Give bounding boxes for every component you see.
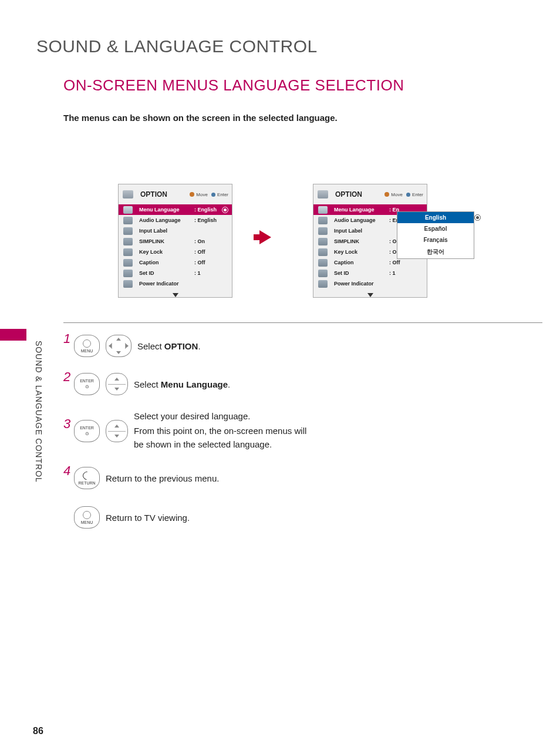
side-accent-tab <box>0 329 26 341</box>
osd-row-value: : English <box>192 207 222 213</box>
osd-row-label: Input Label <box>332 228 387 234</box>
step-number: 2 <box>63 369 70 385</box>
osd-row-value: : Off <box>192 260 232 265</box>
osd-row-label: Menu Language <box>332 207 387 213</box>
chevron-down-icon <box>114 435 119 438</box>
osd-row-value: : On <box>192 238 232 244</box>
step-4: 4 RETURN Return to the previous menu. <box>63 467 219 489</box>
osd-row-label: SIMPLINK <box>332 238 387 244</box>
hint-move: Move <box>391 192 403 197</box>
osd-row-label: Key Lock <box>137 249 192 255</box>
updown-button[interactable] <box>106 420 128 442</box>
osd-category-icon <box>123 190 133 198</box>
osd-row-icon <box>313 247 332 257</box>
osd-row-icon <box>119 226 137 236</box>
osd-row-icon <box>313 215 332 226</box>
osd-body: Menu Language: EnglishAudio Language: En… <box>119 204 232 289</box>
step-number: 3 <box>63 416 70 432</box>
osd-row-label: SIMPLINK <box>137 238 192 244</box>
osd-row-label: Menu Language <box>137 207 192 213</box>
dropdown-option[interactable]: Français <box>397 234 474 245</box>
osd-row-label: Input Label <box>137 228 192 234</box>
osd-row-icon <box>119 215 137 226</box>
osd-row-icon <box>313 268 332 278</box>
step-text: Select Menu Language. <box>134 379 230 389</box>
osd-row-icon <box>119 204 137 215</box>
dropdown-option[interactable]: Español <box>397 223 474 234</box>
chevron-down-icon <box>367 293 373 297</box>
step-text: Select OPTION. <box>137 341 201 351</box>
step-text: Select your desired language. <box>134 411 310 421</box>
osd-row[interactable]: Set ID: 1 <box>119 268 232 278</box>
enter-icon <box>406 193 410 197</box>
osd-more-indicator <box>313 289 427 297</box>
updown-button[interactable] <box>106 373 128 395</box>
osd-row[interactable]: Caption: Off <box>119 257 232 268</box>
osd-category-icon <box>318 190 328 198</box>
osd-header: OPTION Move Enter <box>119 184 232 204</box>
osd-row-label: Power Indicator <box>137 281 192 287</box>
osd-row-value: : Off <box>387 260 427 265</box>
radio-icon <box>222 207 228 213</box>
osd-more-indicator <box>119 289 232 297</box>
osd-row-icon <box>313 226 332 236</box>
osd-row-label: Audio Language <box>137 217 192 223</box>
osd-header: OPTION Move Enter <box>313 184 427 204</box>
step-number: 4 <box>63 463 70 479</box>
osd-row[interactable]: Key Lock: Off <box>119 247 232 257</box>
page-number: 86 <box>33 726 43 736</box>
osd-row[interactable]: SIMPLINK: On <box>119 236 232 247</box>
move-icon <box>190 192 194 197</box>
dropdown-option[interactable]: 한국어 <box>397 245 474 258</box>
hint-enter: Enter <box>217 192 228 197</box>
language-dropdown[interactable]: EnglishEspañolFrançais한국어 <box>397 211 474 259</box>
step-3: 3 ENTER⊙ Select your desired language. F… <box>63 411 310 451</box>
step-text: From this point on, the on-screen menus … <box>134 425 310 451</box>
osd-row-icon <box>119 257 137 268</box>
page-title: ON-SCREEN MENUS LANGUAGE SELECTION <box>63 76 404 95</box>
step-text: Return to the previous menu. <box>106 473 219 483</box>
osd-row-icon <box>119 278 137 289</box>
return-button[interactable]: RETURN <box>74 467 100 489</box>
side-vertical-label: SOUND & LANGUAGE CONTROL <box>34 341 43 483</box>
chevron-down-icon <box>114 388 119 391</box>
enter-button[interactable]: ENTER⊙ <box>74 373 100 395</box>
osd-row-label: Set ID <box>332 270 387 276</box>
osd-panel-left: OPTION Move Enter Menu Language: English… <box>118 184 232 298</box>
osd-row-label: Key Lock <box>332 249 387 255</box>
osd-row[interactable]: Audio Language: English <box>119 215 232 226</box>
hint-enter: Enter <box>412 192 423 197</box>
dpad-button[interactable] <box>106 335 131 357</box>
menu-button[interactable]: MENU <box>74 506 100 529</box>
osd-row[interactable]: Input Label <box>119 226 232 236</box>
osd-row[interactable]: Set ID: 1 <box>313 268 427 278</box>
osd-row-icon <box>119 247 137 257</box>
chevron-up-icon <box>116 338 121 341</box>
enter-button[interactable]: ENTER⊙ <box>74 420 100 442</box>
section-heading: SOUND & LANGUAGE CONTROL <box>36 36 318 56</box>
osd-title: OPTION <box>137 190 171 198</box>
osd-row-value: : 1 <box>387 270 427 276</box>
enter-icon <box>211 193 215 197</box>
osd-row[interactable]: Menu Language: English <box>119 204 232 215</box>
chevron-right-icon <box>126 344 129 348</box>
hint-move: Move <box>196 192 208 197</box>
step-2: 2 ENTER⊙ Select Menu Language. <box>63 373 230 395</box>
move-icon <box>384 192 389 197</box>
chevron-up-icon <box>114 425 119 428</box>
osd-row[interactable]: Power Indicator <box>119 278 232 289</box>
osd-row-icon <box>313 257 332 268</box>
osd-row-value: : 1 <box>192 270 232 276</box>
osd-row-value: : Off <box>192 249 232 255</box>
osd-row-icon <box>313 278 332 289</box>
osd-row-icon <box>119 268 137 278</box>
menu-button[interactable]: MENU <box>74 335 100 357</box>
step-5: . MENU Return to TV viewing. <box>63 506 190 529</box>
chevron-down-icon <box>173 293 178 297</box>
section-divider <box>63 322 542 323</box>
dropdown-option[interactable]: English <box>397 212 474 223</box>
osd-row[interactable]: Power Indicator <box>313 278 427 289</box>
step-text: Return to TV viewing. <box>106 513 190 523</box>
osd-row-label: Caption <box>137 260 192 265</box>
osd-title: OPTION <box>332 190 366 198</box>
